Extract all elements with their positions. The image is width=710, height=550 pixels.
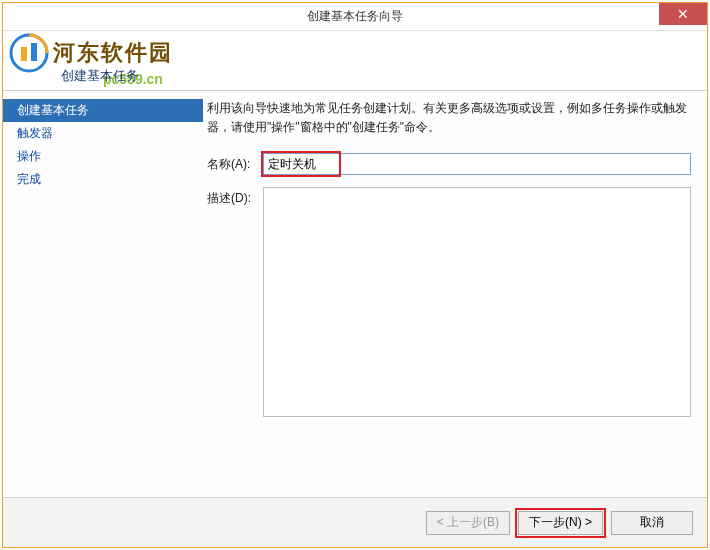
intro-text: 利用该向导快速地为常见任务创建计划。有关更多高级选项或设置，例如多任务操作或触发… (207, 99, 691, 137)
back-button: < 上一步(B) (426, 511, 510, 535)
wizard-window: 创建基本任务向导 ✕ 河东软件园 pc559.cn 创建基本任务 创建基本任务 … (2, 2, 708, 548)
close-button[interactable]: ✕ (659, 3, 707, 25)
name-input-wrap (263, 153, 691, 175)
close-icon: ✕ (677, 6, 689, 22)
name-input[interactable] (263, 153, 691, 175)
sidebar-item-finish[interactable]: 完成 (3, 168, 203, 191)
svg-rect-2 (31, 43, 37, 61)
desc-label: 描述(D): (207, 187, 263, 477)
logo-icon (9, 33, 49, 73)
watermark-brand: 河东软件园 (53, 38, 173, 68)
footer: < 上一步(B) 下一步(N) > 取消 (3, 497, 707, 547)
body: 创建基本任务 触发器 操作 完成 利用该向导快速地为常见任务创建计划。有关更多高… (3, 91, 707, 497)
svg-rect-1 (21, 47, 27, 61)
sidebar: 创建基本任务 触发器 操作 完成 (3, 91, 203, 497)
sidebar-item-create-task[interactable]: 创建基本任务 (3, 99, 203, 122)
next-button-wrap: 下一步(N) > (518, 511, 603, 535)
next-button[interactable]: 下一步(N) > (518, 511, 603, 535)
desc-textarea[interactable] (263, 187, 691, 417)
desc-row: 描述(D): (207, 187, 691, 477)
name-row: 名称(A): (207, 153, 691, 175)
titlebar: 创建基本任务向导 ✕ (3, 3, 707, 31)
sidebar-item-action[interactable]: 操作 (3, 145, 203, 168)
watermark: 河东软件园 (9, 33, 173, 73)
content: 利用该向导快速地为常见任务创建计划。有关更多高级选项或设置，例如多任务操作或触发… (203, 91, 707, 497)
sidebar-item-trigger[interactable]: 触发器 (3, 122, 203, 145)
header: 河东软件园 pc559.cn 创建基本任务 (3, 31, 707, 91)
name-label: 名称(A): (207, 153, 263, 173)
cancel-button[interactable]: 取消 (611, 511, 693, 535)
window-title: 创建基本任务向导 (307, 8, 403, 25)
